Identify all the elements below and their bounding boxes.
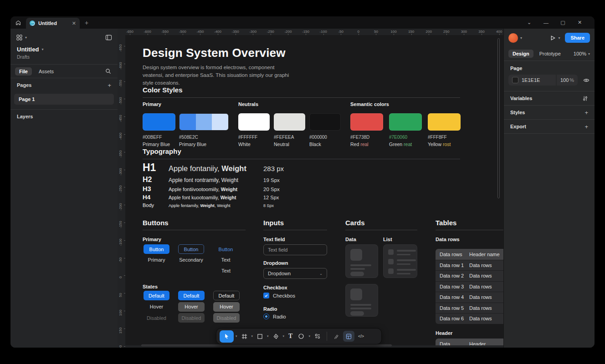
ellipse-tool[interactable] [296, 330, 307, 343]
rectangle-tool[interactable] [255, 330, 265, 343]
state-button[interactable]: Default [144, 291, 169, 300]
vertical-scrollbar[interactable] [497, 38, 500, 198]
list-card[interactable] [383, 244, 417, 278]
typography-row[interactable]: H4Apple font kuootoamiliy, Weight12 Spx [143, 194, 461, 202]
document-location[interactable]: Drafts [10, 53, 118, 64]
pen-tool[interactable] [271, 330, 281, 343]
visibility-toggle[interactable] [583, 78, 590, 83]
dev-mode-button[interactable] [343, 331, 354, 342]
typography-heading[interactable]: Typography [143, 147, 181, 155]
sidebar-item-page-1[interactable]: Page 1 [14, 94, 114, 105]
search-icon[interactable] [105, 68, 111, 74]
color-swatch-item[interactable]: #508E2CPrimary Blue [179, 113, 229, 147]
secondary-button[interactable]: Button [178, 244, 204, 254]
data-table[interactable]: Data rows Header name Data row 1Data row… [436, 249, 503, 324]
data-card-2[interactable] [345, 284, 378, 317]
text-field-input[interactable]: Text field [263, 244, 327, 255]
canvas-area[interactable]: -650-600-550-500-450-400-350-300-250-200… [118, 29, 503, 348]
typography-row[interactable]: H3Apple fontiivootoomiily, Weight20 Spx [143, 185, 461, 194]
variables-section[interactable]: Variables [504, 91, 595, 105]
export-section[interactable]: Export + [504, 120, 595, 133]
typography-row[interactable]: H1Apple fontaniiy, Weight283 px [143, 162, 461, 176]
color-swatch-item[interactable]: #00BEFFPrimary Blue [143, 113, 175, 147]
add-page-button[interactable]: + [108, 82, 111, 89]
close-icon[interactable]: ✕ [571, 16, 588, 29]
actions-tool[interactable] [312, 330, 323, 343]
state-button[interactable]: Hover [144, 302, 169, 312]
code-mode-button[interactable]: </> [355, 331, 367, 342]
data-card[interactable] [345, 244, 378, 278]
document-title[interactable]: Untitled ▾ [10, 46, 118, 53]
frame-tool[interactable] [239, 330, 250, 343]
chevron-down-icon[interactable]: ▾ [558, 36, 560, 40]
text-button[interactable]: Button [213, 244, 239, 254]
color-swatch[interactable] [512, 77, 518, 83]
chevron-down-icon[interactable]: ▾ [520, 36, 522, 40]
color-swatch-item[interactable]: #FFFFFFWhite [238, 113, 270, 147]
table-header-row[interactable]: Data Header [436, 339, 503, 345]
buttons-heading[interactable]: Buttons [143, 219, 169, 227]
checkbox-checked[interactable] [263, 293, 269, 298]
table-row[interactable]: Data row 5Data rows [436, 303, 503, 313]
page-opacity-field[interactable]: 100 % [557, 75, 578, 86]
chevron-down-icon[interactable]: ▾ [235, 334, 238, 338]
state-button[interactable]: Default [213, 291, 240, 300]
header-table[interactable]: Data Header [436, 339, 503, 345]
table-header-row[interactable]: Data rows Header name [436, 249, 503, 260]
color-swatch-item[interactable]: #FEFEEANeutral [274, 113, 305, 147]
chevron-down-icon[interactable]: ▾ [308, 334, 311, 338]
text-tool[interactable]: T [286, 330, 295, 343]
user-avatar[interactable] [508, 33, 518, 43]
chevron-down-icon[interactable]: ▾ [25, 35, 27, 40]
new-tab-button[interactable]: + [80, 16, 93, 29]
tab-design[interactable]: Design [508, 50, 533, 58]
state-button[interactable]: Disabled [178, 313, 205, 323]
state-button[interactable]: Disabled [213, 313, 240, 323]
variables-icon[interactable] [582, 96, 588, 101]
horizontal-scrollbar[interactable] [141, 344, 392, 346]
file-tab[interactable]: Untitled ✕ [26, 18, 80, 29]
chevron-down-icon[interactable]: ▾ [251, 334, 254, 338]
page-color-field[interactable]: 1E1E1E [508, 75, 556, 86]
tab-file[interactable]: File [15, 67, 32, 76]
draw-mode-button[interactable] [331, 331, 342, 342]
table-row[interactable]: Data row 3Data rows [436, 281, 503, 292]
add-export-button[interactable]: + [584, 123, 588, 130]
color-styles-heading[interactable]: Color Styles [143, 86, 183, 94]
cards-heading[interactable]: Cards [345, 219, 365, 227]
design-frame[interactable]: Design System Overview Design system ove… [125, 35, 503, 345]
zoom-control[interactable]: 100% ▾ [574, 51, 590, 56]
inputs-heading[interactable]: Inputs [263, 219, 284, 227]
collapse-panel-icon[interactable] [105, 35, 112, 40]
minimize-icon[interactable]: — [538, 16, 554, 29]
typography-row[interactable]: BodyApple fentamily, Weight, Weight8 Spx [143, 202, 461, 211]
share-button[interactable]: Share [565, 33, 590, 43]
tab-close-icon[interactable]: ✕ [72, 21, 76, 26]
color-swatch-item[interactable]: #FFF8FFYellow rost [428, 113, 461, 147]
tab-assets[interactable]: Assets [35, 67, 58, 76]
color-swatch-item[interactable]: #7E0060Green reat [389, 113, 422, 147]
chevron-down-icon[interactable]: ▾ [266, 334, 270, 338]
color-swatch-item[interactable]: #FE738DRed real [350, 113, 383, 147]
state-button[interactable]: Hover [178, 302, 205, 312]
state-button[interactable]: Default [178, 291, 205, 300]
home-button[interactable] [10, 16, 26, 29]
table-row[interactable]: Data row 1Data rows [436, 260, 503, 271]
state-button[interactable]: Hover [213, 302, 240, 312]
chevron-down-icon[interactable]: ▾ [282, 334, 286, 338]
play-icon[interactable] [550, 35, 556, 41]
radio-selected[interactable] [263, 313, 269, 319]
tables-heading[interactable]: Tables [436, 219, 456, 227]
typography-row[interactable]: H2Apple font rontramily, Weight19 Spx [143, 176, 461, 185]
tab-prototype[interactable]: Prototype [535, 50, 565, 58]
maximize-icon[interactable]: ▢ [554, 16, 571, 29]
dropdown-select[interactable]: Dropdown ⌄ [263, 268, 327, 279]
layers-label[interactable]: Layers [17, 114, 33, 119]
primary-button[interactable]: Button [144, 244, 169, 254]
frame-title[interactable]: Design System Overview [143, 46, 286, 60]
styles-section[interactable]: Styles + [504, 106, 595, 119]
move-tool[interactable] [220, 330, 234, 343]
table-row[interactable]: Data row 2Data rows [436, 270, 503, 281]
frame-description[interactable]: Design system overview is formod electro… [143, 64, 293, 87]
add-style-button[interactable]: + [584, 109, 588, 116]
